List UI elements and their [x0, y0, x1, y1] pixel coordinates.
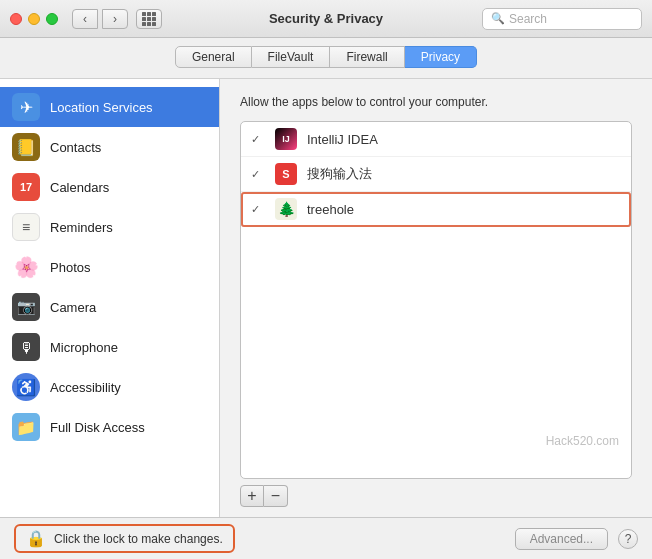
- sidebar-label-contacts: Contacts: [50, 140, 101, 155]
- tabs-bar: General FileVault Firewall Privacy: [0, 38, 652, 79]
- app-label-treehole: treehole: [307, 202, 354, 217]
- forward-button[interactable]: ›: [102, 9, 128, 29]
- sidebar-label-calendars: Calendars: [50, 180, 109, 195]
- sidebar-label-accessibility: Accessibility: [50, 380, 121, 395]
- list-controls: + −: [240, 485, 632, 507]
- app-list: ✓ IJ IntelliJ IDEA ✓ S 搜狗输入法 ✓ 🌲 treehol…: [240, 121, 632, 479]
- reminders-icon: ≡: [12, 213, 40, 241]
- check-treehole: ✓: [251, 203, 265, 216]
- microphone-icon: 🎙: [12, 333, 40, 361]
- location-icon: ✈: [12, 93, 40, 121]
- sogou-icon: S: [275, 163, 297, 185]
- sidebar-item-contacts[interactable]: 📒 Contacts: [0, 127, 219, 167]
- sidebar-item-camera[interactable]: 📷 Camera: [0, 287, 219, 327]
- remove-button[interactable]: −: [264, 485, 288, 507]
- titlebar: ‹ › Security & Privacy 🔍: [0, 0, 652, 38]
- camera-icon: 📷: [12, 293, 40, 321]
- main-content: ✈ Location Services 📒 Contacts 17 Calend…: [0, 79, 652, 517]
- check-sogou: ✓: [251, 168, 265, 181]
- help-button[interactable]: ?: [618, 529, 638, 549]
- photos-icon: 🌸: [12, 253, 40, 281]
- nav-buttons: ‹ ›: [72, 9, 128, 29]
- grid-button[interactable]: [136, 9, 162, 29]
- maximize-button[interactable]: [46, 13, 58, 25]
- contacts-icon: 📒: [12, 133, 40, 161]
- back-button[interactable]: ‹: [72, 9, 98, 29]
- sidebar-label-photos: Photos: [50, 260, 90, 275]
- app-label-sogou: 搜狗输入法: [307, 165, 372, 183]
- grid-icon: [142, 12, 156, 26]
- lock-text: Click the lock to make changes.: [54, 532, 223, 546]
- sidebar-item-microphone[interactable]: 🎙 Microphone: [0, 327, 219, 367]
- app-label-intellij: IntelliJ IDEA: [307, 132, 378, 147]
- tab-filevault[interactable]: FileVault: [252, 46, 331, 68]
- calendars-icon: 17: [12, 173, 40, 201]
- sidebar-label-fulldisk: Full Disk Access: [50, 420, 145, 435]
- lock-section[interactable]: 🔒 Click the lock to make changes.: [14, 524, 235, 553]
- lock-icon: 🔒: [26, 529, 46, 548]
- add-button[interactable]: +: [240, 485, 264, 507]
- treehole-icon: 🌲: [275, 198, 297, 220]
- tab-firewall[interactable]: Firewall: [330, 46, 404, 68]
- traffic-lights: [10, 13, 58, 25]
- sidebar: ✈ Location Services 📒 Contacts 17 Calend…: [0, 79, 220, 517]
- accessibility-icon: ♿: [12, 373, 40, 401]
- app-row-intellij[interactable]: ✓ IJ IntelliJ IDEA: [241, 122, 631, 157]
- app-row-sogou[interactable]: ✓ S 搜狗输入法: [241, 157, 631, 192]
- sidebar-item-location[interactable]: ✈ Location Services: [0, 87, 219, 127]
- sidebar-item-fulldisk[interactable]: 📁 Full Disk Access: [0, 407, 219, 447]
- advanced-button[interactable]: Advanced...: [515, 528, 608, 550]
- sidebar-item-calendars[interactable]: 17 Calendars: [0, 167, 219, 207]
- bottom-bar: 🔒 Click the lock to make changes. Advanc…: [0, 517, 652, 559]
- sidebar-label-reminders: Reminders: [50, 220, 113, 235]
- search-box[interactable]: 🔍: [482, 8, 642, 30]
- window-title: Security & Privacy: [269, 11, 383, 26]
- intellij-icon: IJ: [275, 128, 297, 150]
- panel-description: Allow the apps below to control your com…: [240, 95, 632, 109]
- sidebar-item-photos[interactable]: 🌸 Photos: [0, 247, 219, 287]
- watermark: Hack520.com: [546, 434, 619, 448]
- check-intellij: ✓: [251, 133, 265, 146]
- sidebar-label-camera: Camera: [50, 300, 96, 315]
- app-row-treehole[interactable]: ✓ 🌲 treehole: [241, 192, 631, 227]
- tab-general[interactable]: General: [175, 46, 252, 68]
- tab-privacy[interactable]: Privacy: [405, 46, 477, 68]
- fulldisk-icon: 📁: [12, 413, 40, 441]
- search-icon: 🔍: [491, 12, 505, 25]
- right-panel: Allow the apps below to control your com…: [220, 79, 652, 517]
- close-button[interactable]: [10, 13, 22, 25]
- minimize-button[interactable]: [28, 13, 40, 25]
- sidebar-item-reminders[interactable]: ≡ Reminders: [0, 207, 219, 247]
- sidebar-label-location: Location Services: [50, 100, 153, 115]
- sidebar-item-accessibility[interactable]: ♿ Accessibility: [0, 367, 219, 407]
- sidebar-label-microphone: Microphone: [50, 340, 118, 355]
- search-input[interactable]: [509, 12, 633, 26]
